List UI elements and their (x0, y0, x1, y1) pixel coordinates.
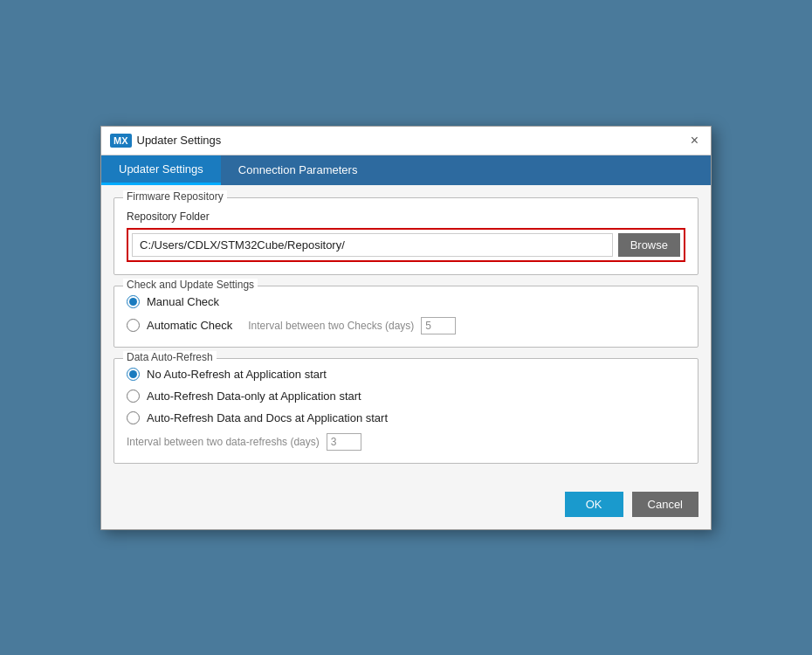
firmware-repository-group: Firmware Repository Repository Folder Br… (114, 197, 698, 275)
data-only-row: Auto-Refresh Data-only at Application st… (127, 390, 685, 403)
automatic-check-label: Automatic Check (147, 319, 232, 332)
interval-checks-input[interactable] (421, 317, 456, 334)
automatic-check-row: Automatic Check Interval between two Che… (127, 317, 685, 334)
automatic-check-radio[interactable] (127, 319, 140, 332)
check-update-settings-label: Check and Update Settings (123, 279, 258, 291)
firmware-repository-label: Firmware Repository (123, 190, 227, 203)
close-button[interactable]: × (687, 132, 702, 149)
interval-checks-label: Interval between two Checks (days) (248, 320, 414, 332)
dialog-footer: OK Cancel (101, 483, 711, 529)
repository-path-input[interactable] (132, 233, 613, 257)
manual-check-label: Manual Check (147, 295, 219, 308)
mx-logo: MX (110, 134, 132, 148)
interval-refresh-label: Interval between two data-refreshs (days… (127, 436, 320, 448)
data-and-docs-label: Auto-Refresh Data and Docs at Applicatio… (147, 411, 388, 424)
data-auto-refresh-label: Data Auto-Refresh (123, 351, 217, 363)
ok-button[interactable]: OK (565, 492, 623, 517)
tab-connection-parameters[interactable]: Connection Parameters (221, 155, 375, 185)
title-bar-left: MX Updater Settings (110, 134, 221, 148)
manual-check-row: Manual Check (127, 295, 685, 308)
repo-row: Browse (127, 228, 685, 262)
repository-folder-label: Repository Folder (127, 210, 685, 223)
no-auto-refresh-row: No Auto-Refresh at Application start (127, 368, 685, 381)
data-auto-refresh-group: Data Auto-Refresh No Auto-Refresh at App… (114, 358, 698, 464)
tab-updater-settings[interactable]: Updater Settings (101, 155, 221, 185)
dialog-body: Firmware Repository Repository Folder Br… (101, 185, 711, 483)
no-auto-refresh-label: No Auto-Refresh at Application start (147, 368, 327, 381)
data-and-docs-radio[interactable] (127, 411, 140, 424)
no-auto-refresh-radio[interactable] (127, 368, 140, 381)
data-and-docs-row: Auto-Refresh Data and Docs at Applicatio… (127, 411, 685, 424)
tab-bar: Updater Settings Connection Parameters (101, 155, 711, 185)
interval-refresh-input[interactable] (327, 433, 361, 451)
data-only-radio[interactable] (127, 390, 140, 403)
interval-refresh-row: Interval between two data-refreshs (days… (127, 433, 685, 451)
data-only-label: Auto-Refresh Data-only at Application st… (147, 390, 361, 403)
cancel-button[interactable]: Cancel (632, 492, 698, 517)
check-update-settings-group: Check and Update Settings Manual Check A… (114, 286, 698, 348)
title-bar: MX Updater Settings × (101, 127, 711, 155)
dialog: MX Updater Settings × Updater Settings C… (100, 126, 712, 530)
dialog-title: Updater Settings (137, 134, 222, 147)
manual-check-radio[interactable] (127, 295, 140, 308)
browse-button[interactable]: Browse (618, 233, 680, 257)
